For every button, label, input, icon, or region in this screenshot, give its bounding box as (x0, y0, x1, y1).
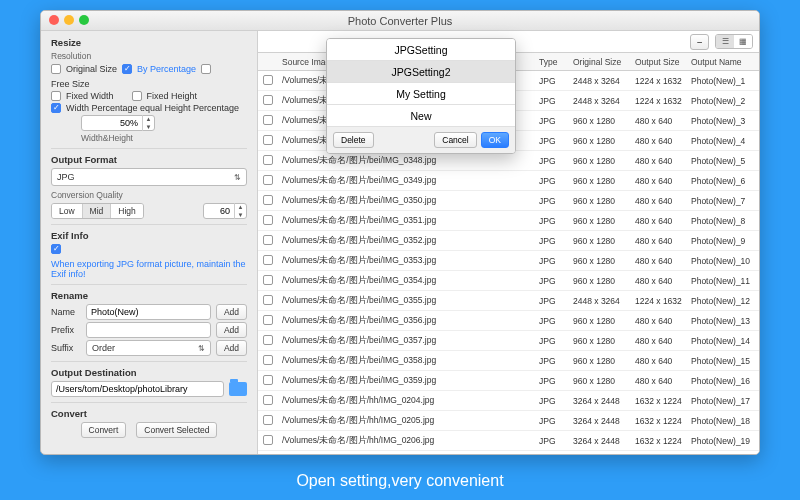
row-checkbox[interactable] (263, 75, 273, 85)
settings-list: JPGSettingJPGSetting2My SettingNew (327, 39, 515, 127)
table-row[interactable]: /Volumes/未命名/图片/bei/IMG_0351.jpgJPG960 x… (258, 211, 759, 231)
row-output-size: 480 x 640 (635, 196, 691, 206)
row-output-size: 1632 x 1224 (635, 416, 691, 426)
exif-checkbox[interactable] (51, 244, 61, 254)
dest-path-input[interactable] (51, 381, 224, 397)
table-row[interactable]: /Volumes/未命名/图片/bei/IMG_0354.jpgJPG960 x… (258, 271, 759, 291)
fixed-height-checkbox[interactable] (132, 91, 142, 101)
row-output-size: 480 x 640 (635, 116, 691, 126)
row-path: /Volumes/未命名/图片/bei/IMG_0358.jpg (278, 355, 539, 367)
row-checkbox[interactable] (263, 155, 273, 165)
row-checkbox[interactable] (263, 315, 273, 325)
convert-selected-button[interactable]: Convert Selected (136, 422, 217, 438)
quality-segmented[interactable]: Low Mid High (51, 203, 144, 219)
row-output-size: 1224 x 1632 (635, 96, 691, 106)
table-row[interactable]: /Volumes/未命名/图片/hh/IMG_0206.jpgJPG3264 x… (258, 431, 759, 451)
list-view-icon[interactable]: ☰ (716, 35, 734, 48)
table-row[interactable]: /Volumes/未命名/图片/bei/IMG_0358.jpgJPG960 x… (258, 351, 759, 371)
app-window: Photo Converter Plus Resize Resolution O… (40, 10, 760, 455)
row-original-size: 960 x 1280 (573, 176, 635, 186)
settings-item[interactable]: My Setting (327, 83, 515, 105)
table-row[interactable]: /Volumes/未命名/图片/hh/IMG_0205.jpgJPG3264 x… (258, 411, 759, 431)
step-down-icon[interactable]: ▼ (143, 123, 154, 131)
titlebar: Photo Converter Plus (41, 11, 759, 31)
row-output-size: 480 x 640 (635, 336, 691, 346)
row-type: JPG (539, 436, 573, 446)
row-checkbox[interactable] (263, 215, 273, 225)
rename-prefix-input[interactable] (86, 322, 211, 338)
rename-prefix-add-button[interactable]: Add (216, 322, 247, 338)
percentage-input[interactable] (82, 118, 142, 128)
row-output-size: 480 x 640 (635, 256, 691, 266)
rename-name-input[interactable] (86, 304, 211, 320)
rename-suffix-select[interactable]: Order ⇅ (86, 340, 211, 356)
row-checkbox[interactable] (263, 295, 273, 305)
grid-view-icon[interactable]: ▦ (734, 35, 752, 48)
row-original-size: 960 x 1280 (573, 236, 635, 246)
row-type: JPG (539, 336, 573, 346)
row-checkbox[interactable] (263, 355, 273, 365)
row-original-size: 960 x 1280 (573, 376, 635, 386)
table-row[interactable]: /Volumes/未命名/图片/bei/IMG_0355.jpgJPG2448 … (258, 291, 759, 311)
row-checkbox[interactable] (263, 135, 273, 145)
table-row[interactable]: /Volumes/未命名/图片/bei/IMG_0356.jpgJPG960 x… (258, 311, 759, 331)
wp-equal-hp-checkbox[interactable] (51, 103, 61, 113)
remove-button[interactable]: – (690, 34, 709, 50)
step-up-icon[interactable]: ▲ (143, 115, 154, 123)
minimize-icon[interactable] (64, 15, 74, 25)
rename-suffix-add-button[interactable]: Add (216, 340, 247, 356)
row-checkbox[interactable] (263, 335, 273, 345)
original-size-checkbox[interactable] (51, 64, 61, 74)
table-row[interactable]: /Volumes/未命名/图片/bei/IMG_0352.jpgJPG960 x… (258, 231, 759, 251)
row-checkbox[interactable] (263, 175, 273, 185)
quality-stepper[interactable]: ▲▼ (203, 203, 247, 219)
settings-popup: JPGSettingJPGSetting2My SettingNew Delet… (326, 38, 516, 154)
popup-ok-button[interactable]: OK (481, 132, 509, 148)
close-icon[interactable] (49, 15, 59, 25)
table-row[interactable]: /Volumes/未命名/图片/hh/IMG_0207.jpgJPG2448 x… (258, 451, 759, 454)
row-type: JPG (539, 156, 573, 166)
table-row[interactable]: /Volumes/未命名/图片/bei/IMG_0357.jpgJPG960 x… (258, 331, 759, 351)
table-row[interactable]: /Volumes/未命名/图片/hh/IMG_0204.jpgJPG3264 x… (258, 391, 759, 411)
row-checkbox[interactable] (263, 415, 273, 425)
by-percentage-checkbox[interactable] (122, 64, 132, 74)
row-output-size: 1224 x 1632 (635, 76, 691, 86)
row-output-name: Photo(New)_16 (691, 376, 759, 386)
settings-item[interactable]: New (327, 105, 515, 127)
row-checkbox[interactable] (263, 275, 273, 285)
row-output-size: 480 x 640 (635, 376, 691, 386)
row-checkbox[interactable] (263, 195, 273, 205)
row-output-name: Photo(New)_2 (691, 96, 759, 106)
row-checkbox[interactable] (263, 115, 273, 125)
row-output-size: 480 x 640 (635, 176, 691, 186)
settings-item[interactable]: JPGSetting2 (327, 61, 515, 83)
folder-icon[interactable] (229, 382, 247, 396)
view-switch[interactable]: ☰ ▦ (715, 34, 753, 49)
table-row[interactable]: /Volumes/未命名/图片/bei/IMG_0353.jpgJPG960 x… (258, 251, 759, 271)
zoom-icon[interactable] (79, 15, 89, 25)
row-checkbox[interactable] (263, 375, 273, 385)
row-original-size: 960 x 1280 (573, 316, 635, 326)
popup-delete-button[interactable]: Delete (333, 132, 374, 148)
fixed-width-checkbox[interactable] (51, 91, 61, 101)
table-row[interactable]: /Volumes/未命名/图片/bei/IMG_0350.jpgJPG960 x… (258, 191, 759, 211)
row-checkbox[interactable] (263, 235, 273, 245)
convert-button[interactable]: Convert (81, 422, 127, 438)
row-checkbox[interactable] (263, 435, 273, 445)
step-up-icon[interactable]: ▲ (235, 203, 246, 211)
settings-item[interactable]: JPGSetting (327, 39, 515, 61)
row-checkbox[interactable] (263, 395, 273, 405)
table-row[interactable]: /Volumes/未命名/图片/bei/IMG_0348.jpgJPG960 x… (258, 151, 759, 171)
table-row[interactable]: /Volumes/未命名/图片/bei/IMG_0359.jpgJPG960 x… (258, 371, 759, 391)
percentage-stepper[interactable]: ▲▼ (81, 115, 155, 131)
row-type: JPG (539, 396, 573, 406)
step-down-icon[interactable]: ▼ (235, 211, 246, 219)
row-output-name: Photo(New)_17 (691, 396, 759, 406)
rename-name-add-button[interactable]: Add (216, 304, 247, 320)
free-size-checkbox[interactable] (201, 64, 211, 74)
table-row[interactable]: /Volumes/未命名/图片/bei/IMG_0349.jpgJPG960 x… (258, 171, 759, 191)
row-checkbox[interactable] (263, 95, 273, 105)
row-checkbox[interactable] (263, 255, 273, 265)
popup-cancel-button[interactable]: Cancel (434, 132, 476, 148)
output-format-select[interactable]: JPG ⇅ (51, 168, 247, 186)
